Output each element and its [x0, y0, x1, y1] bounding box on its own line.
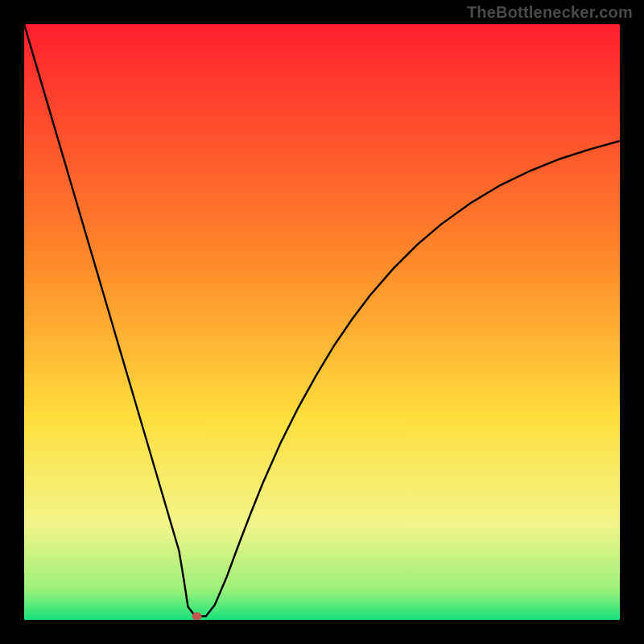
gradient-background	[24, 24, 620, 620]
watermark-text: TheBottlenecker.com	[467, 3, 633, 22]
plot-area	[24, 24, 620, 620]
chart-frame: TheBottlenecker.com	[0, 0, 644, 644]
chart-svg	[24, 24, 620, 620]
